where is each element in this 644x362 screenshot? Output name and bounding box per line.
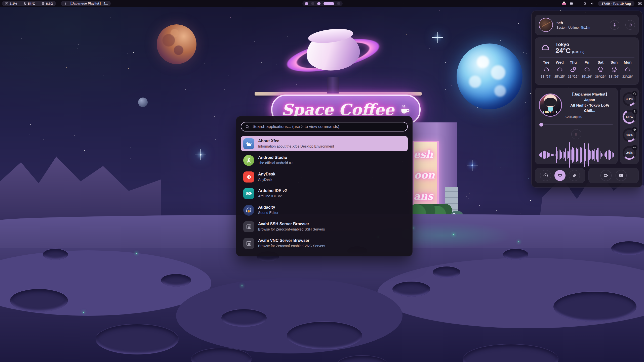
cpu-usage-value: 3.1% <box>10 2 17 6</box>
disk-gauge: 24% <box>622 146 636 160</box>
clock[interactable]: 17:09 - Tue, 19 Aug <box>598 1 634 6</box>
temperature-value: 54°C <box>28 2 35 6</box>
power-button[interactable] <box>625 20 635 30</box>
power-profile-card <box>535 168 585 183</box>
screen-record-button[interactable] <box>600 170 612 181</box>
app-title: Avahi VNC Server Browser <box>258 238 325 243</box>
earth-planet <box>457 43 522 109</box>
progress-handle[interactable] <box>539 123 543 127</box>
workspace-dot-active[interactable] <box>324 2 334 5</box>
app-row-audacity[interactable]: Audacity Sound Editor <box>241 202 408 218</box>
workspace-indicator[interactable] <box>302 1 343 6</box>
app-row-avahi-ssh[interactable]: Avahi SSH Server Browser Browse for Zero… <box>241 219 408 234</box>
star-flare <box>471 164 473 166</box>
speedometer-icon <box>543 173 548 178</box>
workspace-dot-occupied[interactable] <box>305 2 308 5</box>
weather-icon <box>597 66 604 73</box>
search-input[interactable] <box>252 124 403 129</box>
top-bar: 3.1% 54°C 6.8G 【Japanese Playlist】 J... <box>0 0 644 7</box>
power-icon <box>628 23 632 27</box>
pause-icon <box>64 2 67 5</box>
music-player-card: TOKYO L 【Japanese Playlist】 Japan All Ni… <box>535 88 618 164</box>
user-card: seb System Uptime: 4h11m <box>535 15 639 35</box>
neon-fragment: esh <box>414 148 433 160</box>
workspace-dot-empty[interactable] <box>311 2 314 5</box>
notifications-bell-icon[interactable] <box>583 2 587 6</box>
video-camera-icon <box>603 173 609 178</box>
system-stats-pill[interactable]: 3.1% 54°C 6.8G <box>2 1 56 6</box>
disk-icon <box>632 145 637 150</box>
app-description: The official Android IDE <box>258 161 295 165</box>
weather-temp: 24°C <box>555 47 571 55</box>
app-title: Avahi SSH Server Browser <box>258 221 325 227</box>
app-grid-icon[interactable] <box>638 2 642 6</box>
powersave-profile-button[interactable] <box>569 170 580 181</box>
pause-icon <box>574 132 578 136</box>
app-title: About Xfce <box>258 139 334 144</box>
screenshot-button[interactable] <box>616 170 627 181</box>
app-list: About Xfce Information about the Xfce De… <box>241 136 408 251</box>
app-description: Information about the Xfce Desktop Envir… <box>258 144 334 149</box>
neon-fragment: ans <box>414 190 433 202</box>
divider <box>539 57 634 58</box>
weather-icon <box>584 66 590 73</box>
app-row-anydesk[interactable]: AnyDesk AnyDesk <box>241 169 408 185</box>
speedometer-icon <box>5 2 8 5</box>
weather-icon <box>611 66 618 73</box>
workspace-dot-empty[interactable] <box>337 2 340 5</box>
audio-visualizer <box>539 142 614 168</box>
star-flare <box>437 37 438 38</box>
android-studio-icon <box>243 155 254 166</box>
pixel-pet-tray-icon[interactable] <box>562 2 566 6</box>
sign-pole <box>327 77 339 94</box>
track-progress-bar[interactable] <box>540 124 613 125</box>
system-uptime: System Uptime: 4h11m <box>556 26 606 29</box>
capture-tools-card <box>588 168 639 183</box>
memory-stat: 6.8G <box>41 2 53 6</box>
network-jack-icon <box>243 221 254 232</box>
app-row-avahi-vnc[interactable]: Avahi VNC Server Browser Browse for Zero… <box>241 236 408 251</box>
track-title-line2: All Night - Tokyo LoFi Chill... <box>566 103 614 114</box>
app-description: Sound Editor <box>258 210 278 215</box>
weather-city: Tokyo <box>555 42 584 47</box>
play-pause-button[interactable] <box>571 129 581 139</box>
app-title: AnyDesk <box>258 172 275 177</box>
now-playing-pill[interactable]: 【Japanese Playlist】 J... <box>61 1 111 6</box>
workspace-dot-occupied[interactable] <box>317 2 320 5</box>
brown-planet <box>157 24 196 64</box>
forecast-day: Thu 33°/26° <box>567 60 580 78</box>
track-subtitle: Chill Japan. <box>566 115 614 119</box>
wallpaper-image-icon[interactable] <box>569 2 573 6</box>
forecast-day: Mon 33°/26° <box>621 60 634 78</box>
network-jack-icon <box>243 238 254 249</box>
app-title: Audacity <box>258 205 278 210</box>
weather-icon <box>624 66 631 73</box>
app-description: Arduino IDE v2 <box>258 194 287 198</box>
app-row-android-studio[interactable]: Android Studio The official Android IDE <box>241 153 408 168</box>
top-bar-tray: 17:09 - Tue, 19 Aug <box>562 0 642 7</box>
anydesk-icon <box>243 171 254 183</box>
forecast-day: Tue 33°/24° <box>540 60 552 78</box>
launcher-search[interactable] <box>241 122 408 131</box>
weather-icon <box>570 66 577 73</box>
sidebar-panel: seb System Uptime: 4h11m Tokyo 24°C(GMT+… <box>531 11 642 188</box>
forecast-day: Sat 36°/26° <box>594 60 607 78</box>
forecast-row: Tue 33°/24° Wed 35°/25° Thu 33°/26° Fri <box>539 60 634 78</box>
app-row-arduino[interactable]: Arduino IDE v2 Arduino IDE v2 <box>241 186 408 201</box>
star-flare <box>200 154 202 156</box>
arduino-icon <box>243 188 254 199</box>
volume-speaker-icon[interactable] <box>590 2 594 6</box>
memory-gauge: 14% <box>622 128 636 142</box>
leaf-icon <box>572 173 577 178</box>
settings-button[interactable] <box>610 20 619 30</box>
temperature-gauge: 54°C <box>622 110 636 124</box>
app-row-about-xfce[interactable]: About Xfce Information about the Xfce De… <box>241 136 408 151</box>
weather-icon <box>543 66 550 73</box>
performance-profile-button[interactable] <box>540 170 551 181</box>
gear-icon <box>612 23 617 27</box>
weather-card: Tokyo 24°C(GMT+9) Tue 33°/24° Wed 35°/25… <box>535 37 639 85</box>
album-art-text: TOKYO L <box>540 110 561 114</box>
temperature-stat: 54°C <box>23 2 35 6</box>
balanced-profile-button[interactable] <box>554 170 566 181</box>
avatar <box>539 18 553 32</box>
